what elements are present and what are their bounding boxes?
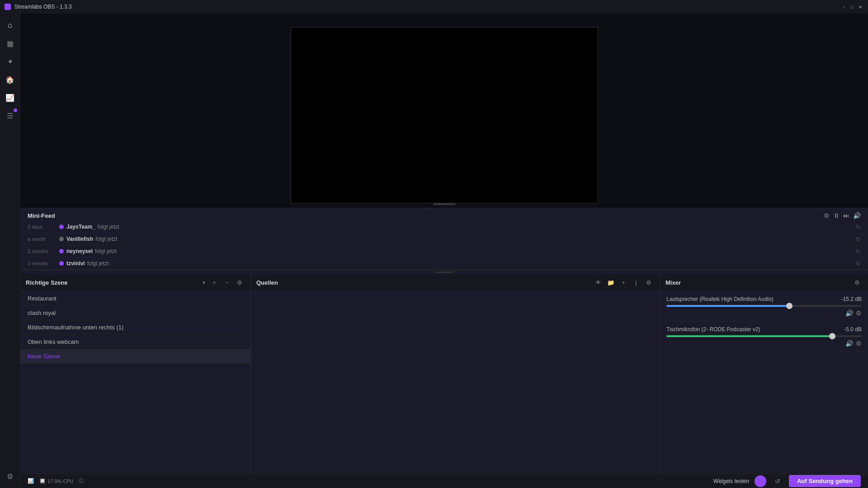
sidebar-item-scenes[interactable]: ▦ [2,35,18,52]
sources-folder-btn[interactable]: 📁 [605,277,616,288]
feed-item: 2 months neyneysel folgt jetzt ↻ [20,245,868,258]
scenes-controls: + − ⚙ [209,277,245,288]
scenes-remove-btn[interactable]: − [222,277,232,288]
mixer-volume-icon[interactable]: 🔊 [845,310,853,317]
sources-settings-btn[interactable]: ⚙ [643,277,654,288]
feed-refresh-btn[interactable]: ↻ [856,224,861,230]
mini-feed-header: Mini-Feed ⚙ ⏸ ⏭ 🔊 [20,208,868,221]
mixer-channel-2: Tischmikrofon (2- RODE Podcaster v2) -5.… [660,322,868,352]
scene-list: Restaurant clash royal Bildschirmaufnahm… [20,291,250,474]
mixer-channel-2-header: Tischmikrofon (2- RODE Podcaster v2) -5.… [666,326,862,333]
mixer-slider-1-thumb[interactable] [786,303,793,309]
mixer-settings-btn[interactable]: ⚙ [852,277,863,288]
mixer-panel: Mixer ⚙ Lautsprecher (Realtek High Defin… [660,274,868,474]
scenes-panel: Richtige Szene ▾ + − ⚙ Restaurant clash … [20,274,251,474]
mini-feed-volume-icon[interactable]: 🔊 [853,212,861,219]
statusbar-right: Widgets testen ↺ Auf Sendung gehen [713,475,861,487]
preview-resize-divider[interactable] [433,203,456,205]
mixer-volume-icon-2[interactable]: 🔊 [845,340,853,347]
app-title: Streamlabs OBS - 1.3.3 [5,4,72,10]
scene-item-neue-szene[interactable]: Neue Szene [20,349,250,364]
content-area: Mini-Feed ⚙ ⏸ ⏭ 🔊 2 days JaysTeam_ folgt… [20,14,868,488]
scene-item[interactable]: clash royal [20,306,250,320]
mixer-channel-1-value: -15.2 dB [841,296,862,302]
sources-controls: 👁 📁 + | ⚙ [593,277,654,288]
mixer-title: Mixer [665,279,848,286]
status-help[interactable]: ⓘ [79,478,84,484]
feed-refresh-btn[interactable]: ↻ [856,260,861,267]
sidebar-item-stats[interactable]: 📈 [2,89,18,106]
sidebar-badge [14,108,17,112]
close-button[interactable]: ✕ [857,4,863,10]
sources-panel-header: Quellen 👁 📁 + | ⚙ [251,274,660,291]
mixer-settings-icon-2[interactable]: ⚙ [856,340,862,347]
sources-eye-btn[interactable]: 👁 [593,277,604,288]
mixer-settings-icon[interactable]: ⚙ [856,310,862,317]
mixer-channel-1-icons: 🔊 ⚙ [666,310,862,317]
sources-title: Quellen [256,279,589,286]
feed-item: a month Vanillefish folgt jetzt ↻ [20,233,868,245]
chart-icon: 📊 [28,478,34,484]
sidebar-item-home[interactable]: ⌂ [2,17,18,33]
preview-canvas [291,27,598,203]
scene-item[interactable]: Restaurant [20,291,250,306]
section-resize-divider[interactable] [20,270,868,274]
scenes-panel-header: Richtige Szene ▾ + − ⚙ [20,274,250,291]
bottom-section: Richtige Szene ▾ + − ⚙ Restaurant clash … [20,274,868,474]
user-avatar[interactable] [755,475,766,487]
mixer-slider-2-thumb[interactable] [829,333,835,339]
mixer-channel-1: Lautsprecher (Realtek High Definition Au… [660,291,868,322]
minimize-button[interactable]: − [841,4,847,10]
sidebar-item-mixer[interactable]: ✦ [2,53,18,70]
sources-add-btn[interactable]: + [618,277,629,288]
sources-divider: | [631,277,642,288]
app-icon [5,4,11,10]
sidebar-item-feed[interactable]: ☰ [2,108,18,124]
feed-item: 2 days JaysTeam_ folgt jetzt ↻ [20,221,868,233]
mixer-slider-1-fill [666,305,789,307]
mixer-channel-2-icons: 🔊 ⚙ [666,340,862,347]
go-live-button[interactable]: Auf Sendung gehen [789,475,861,487]
sources-list [251,291,660,474]
scene-item[interactable]: Bildschirmaufnahme unten rechts (1) [20,320,250,335]
main-layout: ⌂ ▦ ✦ 🏠 📈 ☰ ⚙ Mini-Feed ⚙ ⏸ ⏭ 🔊 [0,14,868,488]
feed-item: 2 months tzvinivi folgt jetzt ↻ [20,258,868,270]
mixer-panel-header: Mixer ⚙ [660,274,868,291]
widgets-test-button[interactable]: Widgets testen [713,478,749,484]
sources-panel: Quellen 👁 📁 + | ⚙ [251,274,660,474]
status-chart: 📊 [28,478,34,484]
scenes-settings-btn[interactable]: ⚙ [234,277,245,288]
mixer-slider-2-fill [666,335,832,337]
mini-feed-pause-icon[interactable]: ⏸ [833,212,840,219]
mixer-controls: ⚙ [852,277,863,288]
statusbar: 📊 🔲 17.9% CPU ⓘ Widgets testen ↺ Auf Sen… [20,474,868,488]
sidebar-item-alerts[interactable]: 🏠 [2,71,18,88]
scenes-dropdown[interactable]: ▾ [203,280,205,286]
scenes-add-btn[interactable]: + [209,277,220,288]
mixer-channel-2-value: -5.0 dB [844,326,862,333]
mini-feed-controls: ⚙ ⏸ ⏭ 🔊 [824,212,861,219]
app-title-text: Streamlabs OBS - 1.3.3 [14,4,72,10]
status-cpu: 🔲 17.9% CPU [39,478,73,484]
feed-refresh-btn[interactable]: ↻ [856,236,861,243]
mini-feed-next-icon[interactable]: ⏭ [843,212,849,219]
cpu-icon: 🔲 [39,478,46,484]
mixer-slider-1-track[interactable] [666,305,862,307]
mixer-channel-2-name: Tischmikrofon (2- RODE Podcaster v2) [666,326,760,333]
mixer-channel-1-name: Lautsprecher (Realtek High Definition Au… [666,296,774,302]
maximize-button[interactable]: □ [849,4,855,10]
feed-refresh-btn[interactable]: ↻ [856,248,861,255]
help-icon[interactable]: ⓘ [79,478,84,484]
scenes-title: Richtige Szene [26,279,199,286]
mini-feed-filter-icon[interactable]: ⚙ [824,212,830,219]
titlebar: Streamlabs OBS - 1.3.3 − □ ✕ [0,0,868,14]
statusbar-left: 📊 🔲 17.9% CPU ⓘ [28,478,84,484]
profile-icon[interactable]: ↺ [772,475,783,487]
scene-item[interactable]: Oben links webcam [20,335,250,349]
sidebar-item-settings[interactable]: ⚙ [2,468,18,484]
cpu-value: 17.9% CPU [47,479,73,484]
mixer-slider-2-track[interactable] [666,335,862,337]
mini-feed-title: Mini-Feed [28,212,55,219]
mixer-channel-1-header: Lautsprecher (Realtek High Definition Au… [666,296,862,302]
mini-feed: Mini-Feed ⚙ ⏸ ⏭ 🔊 2 days JaysTeam_ folgt… [20,208,868,270]
